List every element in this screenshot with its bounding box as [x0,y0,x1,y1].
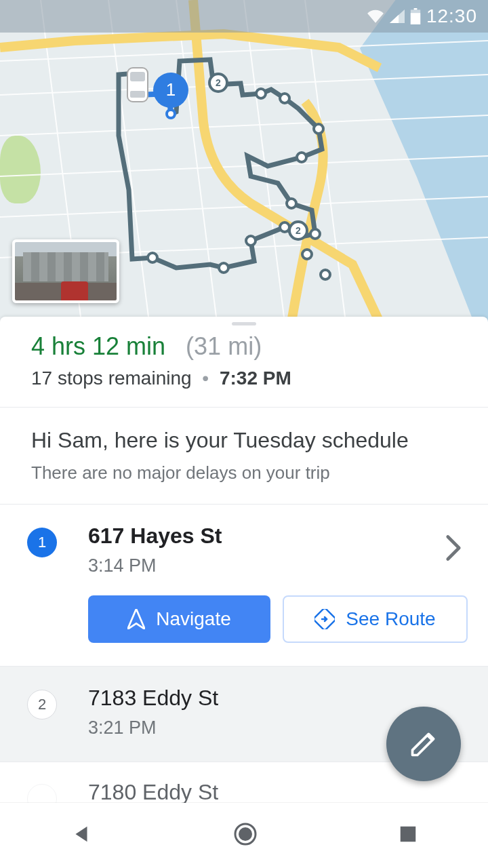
stop-address: 7180 Eddy St [88,780,468,805]
stop-address: 617 Hayes St [88,524,468,549]
svg-text:1: 1 [166,79,176,100]
svg-point-17 [297,153,306,162]
svg-point-35 [167,110,175,118]
streetview-thumbnail[interactable] [12,239,119,303]
status-time: 12:30 [426,5,477,27]
stop-time: 3:14 PM [88,555,468,576]
greeting-title: Hi Sam, here is your Tuesday schedule [31,428,457,453]
svg-point-15 [280,94,289,103]
wifi-icon [367,9,384,23]
navigate-button[interactable]: Navigate [88,595,270,643]
greeting-block: Hi Sam, here is your Tuesday schedule Th… [0,408,488,505]
svg-point-18 [287,199,296,208]
svg-point-14 [256,89,266,98]
navigate-arrow-icon [127,609,145,629]
svg-point-25 [280,222,289,232]
svg-point-22 [219,263,228,273]
stop-number-badge: 1 [27,528,57,557]
stop-item-1[interactable]: 1 617 Hayes St 3:14 PM Navigate [0,505,488,667]
battery-icon [410,8,421,24]
svg-rect-2 [414,8,418,9]
svg-line-5 [0,115,488,136]
svg-point-19 [310,229,320,239]
eta: 7:32 PM [220,368,291,389]
see-route-button[interactable]: See Route [283,595,468,643]
svg-rect-32 [130,91,145,98]
directions-icon [314,609,335,629]
route-duration: 4 hrs 12 min [31,332,165,360]
edit-fab[interactable] [386,707,461,781]
svg-rect-31 [130,72,145,81]
back-button[interactable] [70,823,93,848]
stop-address: 7183 Eddy St [88,686,468,711]
svg-rect-1 [411,13,420,24]
svg-point-16 [314,124,323,134]
svg-point-24 [302,250,312,259]
route-distance: (31 mi) [186,332,262,360]
home-button[interactable] [232,821,259,850]
bottom-sheet: 4 hrs 12 min (31 mi) 17 stops remaining … [0,317,488,868]
map[interactable]: 2 2 1 [0,0,488,322]
svg-point-38 [239,827,252,841]
svg-point-23 [148,253,157,262]
svg-point-20 [246,236,256,245]
svg-text:2: 2 [216,77,221,88]
svg-rect-39 [401,827,416,842]
svg-text:2: 2 [296,225,301,236]
cell-signal-icon [390,9,405,23]
chevron-right-icon [445,534,462,564]
recents-button[interactable] [398,824,418,847]
pencil-icon [409,729,439,759]
stop-number-badge: 2 [27,690,57,719]
status-bar: 12:30 [0,0,488,33]
route-summary: 4 hrs 12 min (31 mi) 17 stops remaining … [0,328,488,408]
greeting-subtitle: There are no major delays on your trip [31,462,457,484]
svg-line-6 [0,156,488,176]
android-nav-bar [0,803,488,868]
stops-remaining: 17 stops remaining [31,368,192,389]
drag-handle[interactable] [232,322,256,326]
svg-point-21 [321,270,330,279]
